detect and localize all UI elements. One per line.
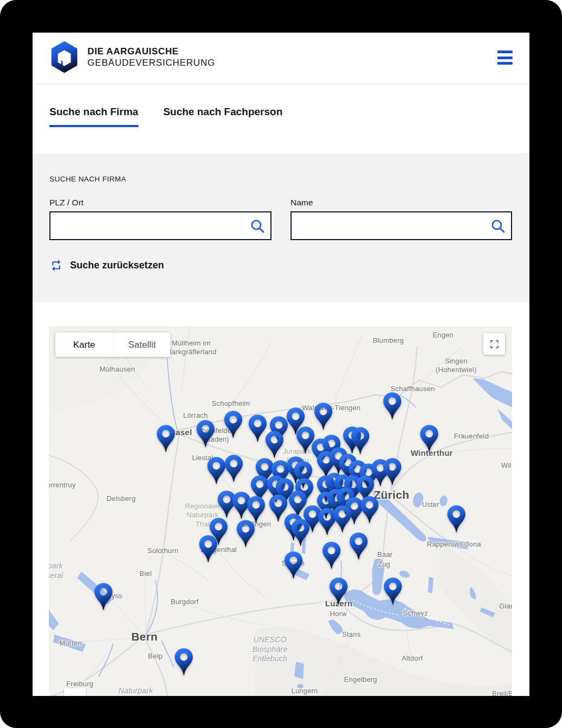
page: DIE AARGAUISCHE GEBÄUDEVERSICHERUNG Such… [33, 33, 529, 696]
map-label: Schopfheim [212, 399, 250, 408]
map-label: Frauenfeld [454, 432, 489, 441]
plz-ort-field-group: PLZ / Ort [49, 198, 271, 240]
map-pin[interactable] [291, 518, 311, 547]
map-pin[interactable] [359, 495, 380, 524]
map-pin[interactable] [382, 457, 402, 486]
map-pin[interactable] [350, 426, 370, 455]
search-panel: SUCHE NACH FIRMA PLZ / Ort Name [33, 153, 529, 303]
map-canvas[interactable]: MülhausenMüllheim im MarkgräflerlandBlum… [49, 326, 512, 696]
map-label: Naturpark Gantrisch [118, 686, 153, 696]
logo-text: DIE AARGAUISCHE GEBÄUDEVERSICHERUNG [87, 45, 215, 68]
search-panel-title: SUCHE NACH FIRMA [49, 175, 513, 183]
map-label: Singen (Hohentwiel) [435, 357, 476, 375]
map-control-stub [64, 688, 86, 696]
search-icon[interactable] [490, 218, 506, 234]
map-pin[interactable] [382, 392, 402, 420]
map-label: Engen [433, 331, 454, 340]
map-pin[interactable] [198, 535, 218, 563]
map-type-satellit-button[interactable]: Satellit [113, 332, 171, 357]
device-frame: DIE AARGAUISCHE GEBÄUDEVERSICHERUNG Such… [0, 0, 562, 728]
map-label: Glarus [499, 602, 512, 611]
map-label: Baar [377, 550, 393, 559]
header: DIE AARGAUISCHE GEBÄUDEVERSICHERUNG [33, 33, 529, 84]
map-pin[interactable] [223, 410, 243, 438]
tab-suche-nach-fachperson[interactable]: Suche nach Fachperson [163, 106, 283, 127]
map-label: Delsberg [106, 494, 136, 503]
map-label: Engelberg [344, 675, 377, 684]
plz-ort-input[interactable] [49, 211, 271, 240]
map-label: Blumberg [372, 336, 403, 345]
map-label: Breil/Brigels [492, 689, 512, 696]
map-pin[interactable] [349, 532, 369, 560]
map-label: Horw [330, 610, 346, 618]
map-label: Schwyz [403, 609, 428, 618]
tab-suche-nach-firma[interactable]: Suche nach Firma [49, 106, 138, 127]
reset-repeat-icon [49, 259, 63, 272]
map-pin[interactable] [195, 419, 216, 448]
map-label: Mülhausen [99, 365, 135, 374]
map-label: Bern [131, 630, 158, 644]
map-label: Uster [422, 500, 439, 509]
map-label: Biel [140, 569, 151, 578]
map-pin[interactable] [446, 505, 466, 533]
reset-search-button[interactable]: Suche zurücksetzen [49, 259, 164, 272]
map-pin[interactable] [332, 505, 352, 533]
map-pin[interactable] [383, 577, 403, 605]
logo: DIE AARGAUISCHE GEBÄUDEVERSICHERUNG [49, 40, 215, 74]
name-field-group: Name [291, 198, 512, 240]
map-label: Wil [501, 461, 512, 470]
map-pin[interactable] [283, 551, 304, 579]
map-pin[interactable] [264, 430, 285, 459]
map-type-karte-button[interactable]: Karte [55, 332, 113, 357]
logo-line-2: GEBÄUDEVERSICHERUNG [87, 58, 215, 69]
map-pin[interactable] [419, 424, 439, 453]
map-label: Murten [59, 639, 82, 648]
fullscreen-icon [489, 339, 500, 349]
map-label: Altdorf [402, 654, 423, 663]
map-label: Stans [342, 630, 361, 639]
map-pin[interactable] [321, 541, 342, 569]
map-pin[interactable] [174, 648, 194, 676]
map-label: Burgdorf [171, 598, 198, 606]
reset-search-label: Suche zurücksetzen [70, 260, 164, 271]
map-pin[interactable] [236, 519, 256, 548]
map-pin[interactable] [224, 454, 244, 482]
fullscreen-button[interactable] [483, 333, 505, 355]
map-label: Müllheim im Markgräflerland [166, 339, 216, 357]
map-label: Belp [148, 652, 163, 661]
search-icon[interactable] [250, 218, 265, 234]
map-label: Naturpark Chasseral [49, 561, 63, 580]
map-type-control: Karte Satellit [55, 332, 171, 357]
map-pin[interactable] [313, 402, 333, 430]
name-label: Name [291, 198, 512, 208]
map-label: Rapperswil-Jona [427, 540, 481, 549]
map-label: Lungern [291, 687, 318, 695]
map-label: Freiburg [66, 680, 93, 688]
plz-ort-label: PLZ / Ort [49, 198, 271, 208]
hamburger-menu-icon[interactable] [497, 51, 513, 65]
map-pin[interactable] [329, 577, 349, 605]
map-pin[interactable] [93, 582, 113, 611]
map-label: Zug [377, 560, 390, 569]
map-label: Solothurn [147, 547, 178, 555]
name-input[interactable] [291, 211, 512, 240]
map-pin[interactable] [156, 424, 176, 453]
map-label: Porrentruy [49, 481, 75, 489]
map-label: UNESCO Biosphäre Entlebuch [252, 635, 288, 664]
tab-bar: Suche nach Firma Suche nach Fachperson [33, 84, 529, 153]
logo-hexagon-icon [49, 40, 79, 74]
logo-line-1: DIE AARGAUISCHE [87, 46, 215, 58]
